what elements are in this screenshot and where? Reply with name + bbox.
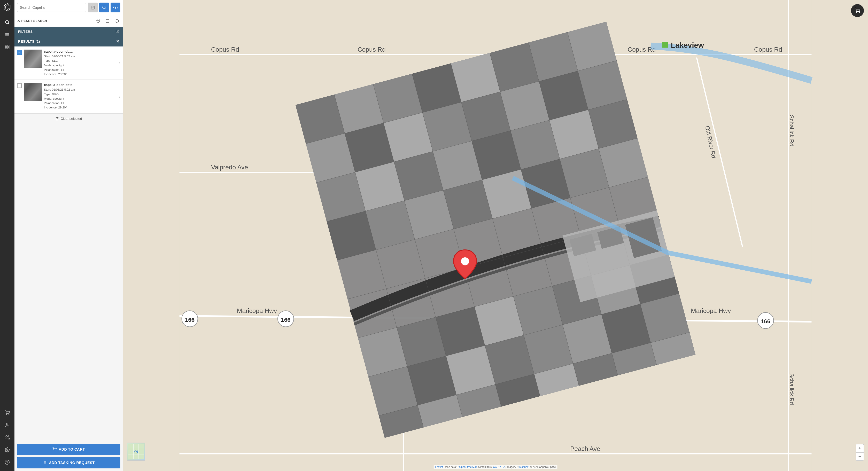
app-logo	[3, 3, 12, 12]
x-icon: ✕	[17, 19, 21, 23]
results-list: ✓ capella-open-data Start: 01/06/21 5:02…	[14, 46, 123, 441]
svg-text:Maricopa Hwy: Maricopa Hwy	[237, 307, 277, 314]
filters-label: FILTERS	[18, 30, 33, 34]
search-bar	[14, 0, 123, 15]
svg-point-34	[54, 450, 54, 451]
svg-point-18	[9, 414, 9, 415]
result-1-type: Type: SLC	[44, 59, 117, 63]
mini-map-inner	[127, 443, 145, 461]
search-input[interactable]	[17, 3, 86, 12]
attribution-text: Leaflet | Map data © OpenStreetMap contr…	[435, 466, 556, 468]
reset-label: RESET SEARCH	[22, 19, 47, 23]
reset-bar: ✕ RESET SEARCH	[14, 15, 123, 27]
cart-nav-icon[interactable]	[2, 407, 12, 418]
svg-text:Copus Rd: Copus Rd	[211, 46, 239, 53]
ccbysa-link[interactable]: CC-BY-SA	[493, 466, 505, 468]
result-2-info: capella-open-data Start: 01/06/21 5:02 a…	[44, 83, 117, 110]
svg-point-20	[6, 436, 7, 437]
svg-line-6	[4, 8, 5, 9]
svg-rect-16	[8, 48, 9, 49]
result-1-start: Start: 01/06/21 5:02 am	[44, 54, 117, 59]
cart-top-right-button[interactable]	[851, 4, 864, 17]
svg-rect-24	[91, 6, 94, 9]
mapbox-link[interactable]: Mapbox	[519, 466, 529, 468]
filters-section-header[interactable]: FILTERS	[14, 27, 123, 36]
reset-search-button[interactable]: ✕ RESET SEARCH	[17, 19, 47, 23]
result-2-mode: Mode: spotlight	[44, 97, 117, 101]
zoom-controls: + −	[856, 444, 864, 461]
svg-text:Schallick Rd: Schallick Rd	[788, 115, 795, 147]
osm-link[interactable]: OpenStreetMap	[459, 466, 477, 468]
search-nav-icon[interactable]	[2, 17, 12, 27]
add-to-cart-button[interactable]: ADD TO CART	[17, 444, 120, 455]
zoom-out-button[interactable]: −	[856, 452, 864, 461]
svg-point-21	[7, 449, 8, 450]
left-panel: ✕ RESET SEARCH FILTERS RESULTS (2) ✕	[14, 0, 123, 471]
svg-line-7	[4, 5, 5, 6]
add-tasking-button[interactable]: ADD TASKING REQUEST	[17, 457, 120, 468]
svg-point-28	[102, 6, 105, 9]
result-2-arrow[interactable]: ›	[119, 94, 120, 99]
reset-icons	[95, 17, 120, 25]
edit-icon[interactable]	[116, 29, 119, 34]
calendar-button[interactable]	[88, 3, 98, 12]
result-2-type: Type: GEO	[44, 92, 117, 97]
svg-point-145	[461, 257, 469, 265]
settings-nav-icon[interactable]	[2, 445, 12, 455]
svg-text:Valpredo Ave: Valpredo Ave	[211, 164, 248, 171]
square-icon[interactable]	[104, 17, 111, 25]
result-1-checkbox[interactable]: ✓	[17, 50, 22, 55]
svg-text:Copus Rd: Copus Rd	[358, 46, 386, 53]
user-nav-icon[interactable]	[2, 420, 12, 430]
polygon-icon[interactable]	[113, 17, 120, 25]
result-item-2: capella-open-data Start: 01/06/21 5:02 a…	[14, 80, 123, 113]
result-2-thumbnail	[24, 83, 42, 101]
clear-selected-button[interactable]: Clear selected	[14, 113, 123, 124]
svg-line-3	[9, 5, 10, 6]
upload-button[interactable]	[111, 3, 120, 12]
results-label: RESULTS (2)	[18, 39, 40, 43]
leaflet-link[interactable]: Leaflet	[435, 466, 443, 468]
layers-nav-icon[interactable]	[2, 29, 12, 40]
list-nav-icon[interactable]	[2, 42, 12, 52]
svg-rect-32	[106, 19, 109, 23]
map-area[interactable]: Copus Rd Copus Rd Copus Rd Copus Rd Old …	[123, 0, 868, 471]
results-section-header[interactable]: RESULTS (2) ✕	[14, 36, 123, 46]
svg-point-147	[859, 12, 860, 13]
svg-text:Lakeview: Lakeview	[671, 41, 704, 49]
svg-text:166: 166	[185, 317, 194, 323]
team-nav-icon[interactable]	[2, 432, 12, 443]
svg-point-146	[857, 12, 857, 13]
result-2-polarization: Polarization: HH	[44, 101, 117, 105]
location-icon[interactable]	[95, 17, 102, 25]
svg-line-9	[8, 23, 9, 24]
result-1-title: capella-open-data	[44, 50, 117, 54]
zoom-in-button[interactable]: +	[856, 444, 864, 452]
result-1-arrow[interactable]: ›	[119, 60, 120, 66]
svg-text:Schallick Rd: Schallick Rd	[788, 373, 795, 405]
svg-point-17	[6, 414, 7, 415]
sidebar-nav	[0, 0, 14, 471]
results-close-icon[interactable]: ✕	[116, 39, 120, 44]
result-1-info: capella-open-data Start: 01/06/21 5:02 a…	[44, 50, 117, 76]
svg-line-4	[9, 8, 10, 9]
svg-text:166: 166	[761, 318, 770, 324]
map-svg: Copus Rd Copus Rd Copus Rd Copus Rd Old …	[123, 0, 868, 471]
bottom-actions: ADD TO CART ADD TASKING REQUEST	[14, 441, 123, 471]
svg-text:166: 166	[281, 317, 291, 323]
search-button[interactable]	[99, 3, 109, 12]
svg-line-29	[105, 8, 106, 9]
result-2-checkbox[interactable]	[17, 84, 22, 88]
svg-rect-13	[5, 45, 7, 47]
mini-map[interactable]	[127, 443, 145, 461]
add-tasking-label: ADD TASKING REQUEST	[49, 461, 95, 465]
svg-rect-15	[5, 48, 7, 49]
help-nav-icon[interactable]	[2, 457, 12, 467]
svg-point-31	[98, 20, 99, 21]
svg-text:Copus Rd: Copus Rd	[754, 46, 782, 53]
svg-rect-14	[8, 45, 9, 47]
result-2-start: Start: 01/06/21 5:02 am	[44, 88, 117, 92]
result-1-polarization: Polarization: HH	[44, 68, 117, 72]
svg-marker-33	[115, 19, 118, 23]
result-item-1: ✓ capella-open-data Start: 01/06/21 5:02…	[14, 46, 123, 80]
